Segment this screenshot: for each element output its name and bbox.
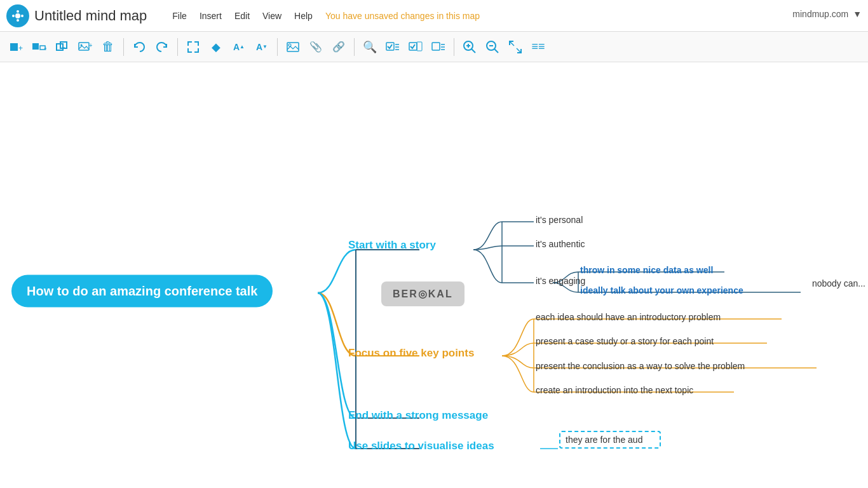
leaf-personal: it's personal — [536, 215, 583, 225]
svg-line-36 — [510, 41, 514, 46]
check1-button[interactable] — [383, 37, 403, 57]
svg-point-4 — [17, 19, 19, 22]
menu-view[interactable]: View — [262, 11, 281, 21]
leaf-conclusion: present the conclusion as a way to solve… — [536, 361, 745, 371]
menu-edit[interactable]: Edit — [234, 11, 250, 21]
toolbar-divider-4 — [354, 38, 355, 56]
redo-button[interactable] — [152, 37, 172, 57]
svg-point-3 — [21, 15, 24, 17]
svg-text:+: + — [89, 42, 92, 49]
central-node[interactable]: How to do an amazing conference talk — [11, 275, 273, 308]
svg-point-2 — [17, 10, 19, 13]
add-node-button[interactable]: + — [6, 37, 27, 57]
mindmup-brand: mindmup.com ▼ — [792, 9, 862, 19]
svg-rect-24 — [417, 42, 422, 51]
branch-five-points[interactable]: Focus on five key points — [348, 347, 474, 360]
delete-button[interactable]: 🗑 — [98, 37, 118, 57]
app-title: Untitled mind map — [34, 8, 147, 24]
leaf-case-study: present a case study or a story for each… — [536, 336, 714, 346]
topbar: Untitled mind map File Insert Edit View … — [0, 0, 868, 32]
unsaved-message: You have unsaved changes in this map — [325, 11, 480, 21]
svg-rect-6 — [10, 43, 18, 51]
editing-node[interactable]: they are for the aud — [559, 431, 661, 449]
berokal-badge: BER◎KAL — [381, 281, 465, 306]
svg-text:+: + — [44, 45, 46, 52]
subleaf-experience: ideally talk about your own experience — [580, 285, 743, 295]
toolbar: + + + + 🗑 ◆ A▲ A▼ 📎 🔗 🔍 — [0, 32, 868, 62]
svg-rect-14 — [79, 43, 89, 50]
fit-button[interactable] — [505, 37, 526, 57]
leaf-authentic: it's authentic — [536, 239, 585, 249]
insert-image-button[interactable]: + — [75, 37, 95, 57]
toolbar-divider-3 — [277, 38, 278, 56]
brand-dropdown-icon[interactable]: ▼ — [853, 9, 862, 19]
attachment-button[interactable]: 📎 — [306, 37, 326, 57]
insert-image2-button[interactable] — [283, 37, 303, 57]
svg-text:+: + — [62, 44, 65, 51]
subleaf-data: throw in some nice data as well — [580, 265, 713, 275]
svg-line-35 — [494, 49, 498, 53]
leaf-nobody-can: nobody can... — [810, 277, 868, 290]
add-child-button[interactable]: + — [29, 37, 50, 57]
svg-rect-25 — [432, 43, 440, 50]
menu-insert[interactable]: Insert — [200, 11, 222, 21]
expand-button[interactable] — [183, 37, 203, 57]
branch-start-story[interactable]: Start with a story — [348, 239, 436, 252]
svg-point-1 — [15, 13, 20, 18]
link-button[interactable]: 🔗 — [329, 37, 349, 57]
menu-help[interactable]: Help — [294, 11, 313, 21]
check3-button[interactable] — [428, 37, 449, 57]
font-smaller-button[interactable]: A▼ — [252, 37, 272, 57]
app-logo — [6, 4, 29, 27]
zoom-in-button[interactable] — [459, 37, 480, 57]
clone-button[interactable]: + — [52, 37, 72, 57]
zoom-out-button[interactable] — [482, 37, 503, 57]
canvas[interactable]: How to do an amazing conference talk BER… — [0, 62, 868, 488]
search-button[interactable]: 🔍 — [360, 37, 380, 57]
branch-slides[interactable]: Use slides to visualise ideas — [348, 440, 494, 452]
svg-line-32 — [471, 49, 475, 53]
toolbar-divider-5 — [454, 38, 454, 56]
svg-point-5 — [12, 15, 15, 17]
check2-button[interactable] — [405, 37, 426, 57]
svg-line-37 — [517, 48, 521, 53]
leaf-introductory: each idea should have an introductory pr… — [536, 312, 721, 322]
font-larger-button[interactable]: A▲ — [229, 37, 249, 57]
leaf-introduction-next: create an introduction into the next top… — [536, 385, 693, 395]
svg-rect-8 — [32, 43, 39, 50]
leaf-engaging: it's engaging — [536, 276, 585, 286]
undo-button[interactable] — [129, 37, 149, 57]
toolbar-divider-1 — [123, 38, 124, 56]
collapse-all-button[interactable]: ≡≡ — [528, 37, 548, 57]
svg-text:+: + — [18, 44, 23, 52]
toolbar-divider-2 — [177, 38, 178, 56]
fill-color-button[interactable]: ◆ — [206, 37, 226, 57]
svg-point-18 — [288, 44, 291, 46]
menu-file[interactable]: File — [172, 11, 187, 21]
branch-strong-message[interactable]: End with a strong message — [348, 409, 488, 422]
menu-bar: File Insert Edit View Help — [172, 11, 313, 21]
